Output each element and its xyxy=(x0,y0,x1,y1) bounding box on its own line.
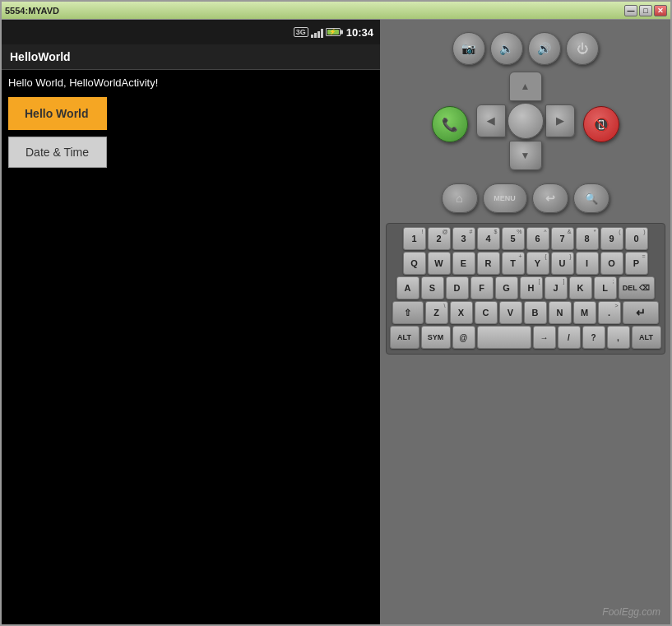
battery-charging-icon: ⚡ xyxy=(329,29,336,35)
down-arrow-icon: ▼ xyxy=(521,150,531,161)
keyboard: 1! 2@ 3# 4$ 5% 6^ 7& 8* 9( 0) Q W E R xyxy=(386,223,665,355)
signal-strength-icon xyxy=(311,26,323,38)
date-time-button[interactable]: Date & Time xyxy=(8,137,107,168)
key-i[interactable]: I xyxy=(576,252,599,275)
up-arrow-icon: ▲ xyxy=(521,81,531,92)
volume-down-button[interactable]: 🔈 xyxy=(490,32,523,65)
close-button[interactable]: ✕ xyxy=(654,5,667,16)
key-8[interactable]: 8* xyxy=(576,227,599,250)
key-arrow-right[interactable]: → xyxy=(533,326,556,349)
key-x[interactable]: X xyxy=(450,301,473,324)
status-icons: 3G ⚡ 10:34 xyxy=(294,26,373,39)
key-j[interactable]: J] xyxy=(545,276,568,299)
key-p[interactable]: P= xyxy=(625,252,648,275)
key-q[interactable]: Q xyxy=(403,252,426,275)
maximize-button[interactable]: □ xyxy=(639,5,652,16)
camera-button[interactable]: 📷 xyxy=(452,32,485,65)
dpad-down-button[interactable]: ▼ xyxy=(509,141,542,170)
key-w[interactable]: W xyxy=(428,252,451,275)
keyboard-row-zxcv: ⇧ Z\ X C V B N M .> ↵ xyxy=(390,301,661,324)
key-k[interactable]: K xyxy=(569,276,592,299)
key-l[interactable]: L; xyxy=(594,276,617,299)
key-z[interactable]: Z\ xyxy=(425,301,448,324)
minimize-button[interactable]: — xyxy=(624,5,637,16)
key-question[interactable]: ? xyxy=(582,326,605,349)
home-button[interactable]: ⌂ xyxy=(442,183,478,213)
dpad-up-button[interactable]: ▲ xyxy=(509,72,542,101)
key-r[interactable]: R xyxy=(477,252,500,275)
right-arrow-icon: ▶ xyxy=(556,115,563,127)
menu-icon: MENU xyxy=(494,194,516,202)
keyboard-row-numbers: 1! 2@ 3# 4$ 5% 6^ 7& 8* 9( 0) xyxy=(390,227,661,250)
key-y[interactable]: Y{ xyxy=(526,252,549,275)
key-slash[interactable]: / xyxy=(558,326,581,349)
power-button[interactable]: ⏻ xyxy=(566,32,599,65)
3g-icon: 3G xyxy=(294,27,308,37)
key-u[interactable]: U} xyxy=(551,252,574,275)
volume-up-icon: 🔊 xyxy=(537,42,551,55)
hello-world-button[interactable]: Hello World xyxy=(8,97,107,130)
volume-up-button[interactable]: 🔊 xyxy=(528,32,561,65)
menu-button[interactable]: MENU xyxy=(483,183,527,213)
key-4[interactable]: 4$ xyxy=(477,227,500,250)
title-bar: 5554:MYAVD — □ ✕ xyxy=(2,2,670,20)
app-subtitle: Hello World, HelloWorldActivity! xyxy=(8,77,373,89)
end-call-icon: 📵 xyxy=(593,117,609,132)
key-v[interactable]: V xyxy=(499,301,522,324)
dpad-left-button[interactable]: ◀ xyxy=(476,104,506,137)
key-c[interactable]: C xyxy=(475,301,498,324)
key-1[interactable]: 1! xyxy=(403,227,426,250)
key-m[interactable]: M xyxy=(573,301,596,324)
key-s[interactable]: S xyxy=(421,276,444,299)
call-button[interactable]: 📞 xyxy=(432,106,468,142)
key-period[interactable]: .> xyxy=(598,301,621,324)
status-bar: 3G ⚡ 10:34 xyxy=(2,20,380,44)
key-space[interactable] xyxy=(477,326,531,349)
key-2[interactable]: 2@ xyxy=(428,227,451,250)
watermark: FoolEgg.com xyxy=(602,606,660,618)
key-3[interactable]: 3# xyxy=(452,227,475,250)
key-o[interactable]: O xyxy=(600,252,623,275)
window-controls: — □ ✕ xyxy=(624,5,667,16)
key-del[interactable]: DEL ⌫ xyxy=(619,276,655,299)
key-shift[interactable]: ⇧ xyxy=(392,301,424,324)
key-t[interactable]: T+ xyxy=(502,252,525,275)
window-frame: 5554:MYAVD — □ ✕ 3G xyxy=(0,0,672,626)
key-a[interactable]: A xyxy=(396,276,419,299)
key-9[interactable]: 9( xyxy=(600,227,623,250)
left-arrow-icon: ◀ xyxy=(487,115,494,127)
phone-screen: 3G ⚡ 10:34 Hell xyxy=(2,20,380,624)
back-icon: ↩ xyxy=(545,192,555,205)
key-comma[interactable]: , xyxy=(607,326,630,349)
end-call-button[interactable]: 📵 xyxy=(583,106,619,142)
key-enter[interactable]: ↵ xyxy=(623,301,659,324)
app-title-bar: HelloWorld xyxy=(2,44,380,70)
key-b[interactable]: B xyxy=(524,301,547,324)
dpad: ▲ ▼ ◀ ▶ xyxy=(476,72,575,170)
volume-down-icon: 🔈 xyxy=(499,42,513,55)
top-controls-row: 📷 🔈 🔊 ⏻ xyxy=(452,32,599,65)
key-alt-right[interactable]: ALT xyxy=(632,326,661,349)
key-0[interactable]: 0) xyxy=(625,227,648,250)
key-7[interactable]: 7& xyxy=(551,227,574,250)
key-sym[interactable]: SYM xyxy=(421,326,451,349)
key-g[interactable]: G xyxy=(495,276,518,299)
keyboard-row-bottom: ALT SYM @ → / ? , ALT xyxy=(390,326,661,349)
key-f[interactable]: F xyxy=(470,276,494,299)
key-h[interactable]: H[ xyxy=(520,276,543,299)
clock: 10:34 xyxy=(346,26,373,39)
back-button[interactable]: ↩ xyxy=(532,183,568,213)
window-title: 5554:MYAVD xyxy=(5,6,59,16)
key-5[interactable]: 5% xyxy=(502,227,525,250)
dpad-right-button[interactable]: ▶ xyxy=(545,104,575,137)
key-n[interactable]: N xyxy=(549,301,572,324)
search-button[interactable]: 🔍 xyxy=(573,183,609,213)
battery-icon: ⚡ xyxy=(326,28,341,36)
key-at[interactable]: @ xyxy=(452,326,475,349)
main-content: 3G ⚡ 10:34 Hell xyxy=(2,20,670,624)
key-d[interactable]: D xyxy=(446,276,469,299)
key-alt-left[interactable]: ALT xyxy=(390,326,419,349)
key-6[interactable]: 6^ xyxy=(526,227,549,250)
dpad-center-button[interactable] xyxy=(507,103,544,139)
key-e[interactable]: E xyxy=(452,252,475,275)
